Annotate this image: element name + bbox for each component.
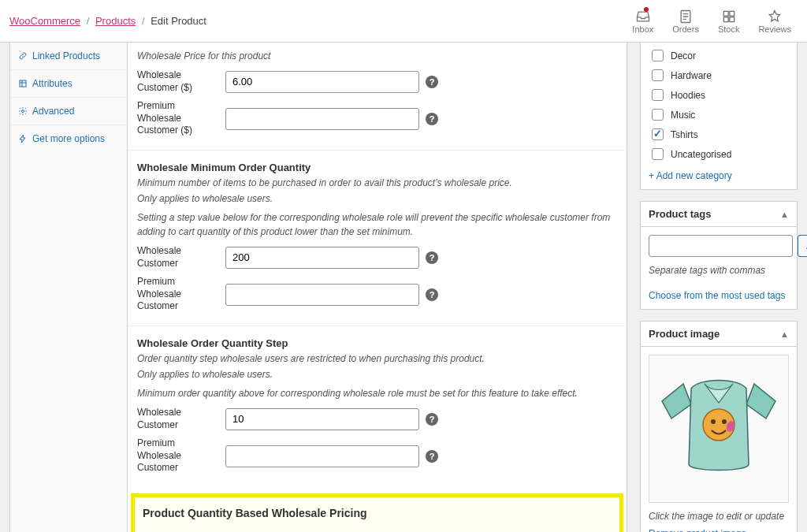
category-label: Uncategorised xyxy=(671,149,731,160)
orders-icon xyxy=(678,9,694,24)
category-item[interactable]: Music xyxy=(649,105,789,125)
category-label: Hardware xyxy=(671,70,712,81)
category-checkbox[interactable] xyxy=(652,89,664,101)
category-checkbox[interactable] xyxy=(652,50,664,61)
choose-used-tags-link[interactable]: Choose from the most used tags xyxy=(649,290,785,301)
product-tags-heading: Product tags xyxy=(649,208,711,220)
wholesale-customer-label: Wholesale Customer ($) xyxy=(137,69,219,94)
add-new-category-link[interactable]: + Add new category xyxy=(649,170,732,181)
tab-linked-products[interactable]: Linked Products xyxy=(10,43,127,70)
help-icon[interactable]: ? xyxy=(426,288,438,301)
category-item[interactable]: Hoodies xyxy=(649,85,789,105)
svg-rect-2 xyxy=(729,11,734,16)
attributes-icon xyxy=(18,79,28,88)
tshirt-image xyxy=(656,370,782,488)
svg-rect-3 xyxy=(723,17,728,21)
stock-icon xyxy=(721,9,737,24)
category-checkbox[interactable] xyxy=(652,109,664,121)
moq-customer-input[interactable] xyxy=(225,247,419,269)
product-data-tabs: Linked Products Attributes Advanced Get … xyxy=(9,43,128,532)
section-wholesale-prices: Wholesale Price for this product Wholesa… xyxy=(128,43,627,150)
product-image-hint: Click the image to edit or update xyxy=(649,511,789,522)
metabox-product-image: Product image ▲ xyxy=(640,321,798,532)
add-tag-input[interactable] xyxy=(649,235,793,257)
category-label: Tshirts xyxy=(671,129,698,140)
tab-attributes[interactable]: Attributes xyxy=(10,70,127,98)
category-checkbox[interactable] xyxy=(652,128,664,140)
lightning-icon xyxy=(18,134,28,143)
qty-step-heading: Wholesale Order Quantity Step xyxy=(137,337,617,349)
step-customer-input[interactable] xyxy=(225,408,419,430)
category-item[interactable]: Uncategorised xyxy=(649,144,789,164)
premium-customer-label: Premium Wholesale Customer ($) xyxy=(137,100,219,137)
notification-dot-icon xyxy=(644,7,649,12)
breadcrumb: WooCommerce / Products / Edit Product xyxy=(9,15,206,27)
inbox-icon xyxy=(635,9,651,24)
breadcrumb-woocommerce[interactable]: WooCommerce xyxy=(9,15,80,27)
remove-product-image-link[interactable]: Remove product image xyxy=(649,528,746,532)
category-list: DecorHardwareHoodiesMusicTshirtsUncatego… xyxy=(649,46,789,164)
inbox-button[interactable]: Inbox xyxy=(632,9,653,34)
svg-rect-1 xyxy=(723,11,728,16)
category-item[interactable]: Tshirts xyxy=(649,125,789,144)
min-order-heading: Wholesale Minimum Order Quantity xyxy=(137,162,617,173)
product-data-panel: Wholesale Price for this product Wholesa… xyxy=(128,43,627,532)
moq-customer-label: Wholesale Customer xyxy=(137,245,219,270)
help-icon[interactable]: ? xyxy=(426,450,438,463)
premium-customer-input[interactable] xyxy=(225,108,419,130)
category-checkbox[interactable] xyxy=(652,69,664,81)
step-premium-label: Premium Wholesale Customer xyxy=(137,437,219,474)
category-item[interactable]: Hardware xyxy=(649,65,789,85)
section-min-order: Wholesale Minimum Order Quantity Minimum… xyxy=(128,150,627,326)
category-item[interactable]: Decor xyxy=(649,46,789,65)
wholesale-customer-input[interactable] xyxy=(225,71,419,93)
product-image-thumbnail[interactable] xyxy=(649,355,789,503)
help-icon[interactable]: ? xyxy=(426,413,438,426)
add-tag-button[interactable]: Add xyxy=(798,235,807,257)
wholesale-price-desc: Wholesale Price for this product xyxy=(137,49,617,63)
tab-advanced[interactable]: Advanced xyxy=(10,98,127,125)
category-label: Decor xyxy=(671,50,696,61)
svg-rect-4 xyxy=(729,17,734,21)
stock-button[interactable]: Stock xyxy=(718,9,740,34)
tags-hint: Separate tags with commas xyxy=(649,265,789,276)
section-qty-step: Wholesale Order Quantity Step Order quan… xyxy=(128,326,627,487)
svg-rect-5 xyxy=(20,80,26,87)
qty-pricing-heading: Product Quantity Based Wholesale Pricing xyxy=(143,507,612,519)
category-label: Hoodies xyxy=(671,90,705,101)
product-image-heading: Product image xyxy=(649,328,720,340)
orders-button[interactable]: Orders xyxy=(672,9,699,34)
category-label: Music xyxy=(671,110,695,121)
svg-point-6 xyxy=(22,110,24,113)
moq-premium-label: Premium Wholesale Customer xyxy=(137,276,219,313)
metabox-product-tags: Product tags ▲ Add Separate tags with co… xyxy=(640,201,798,310)
help-icon[interactable]: ? xyxy=(426,76,438,88)
tab-get-more-options[interactable]: Get more options xyxy=(10,125,127,152)
metabox-product-categories: DecorHardwareHoodiesMusicTshirtsUncatego… xyxy=(640,43,798,190)
help-icon[interactable]: ? xyxy=(426,113,438,125)
step-premium-input[interactable] xyxy=(225,445,419,467)
top-bar: WooCommerce / Products / Edit Product In… xyxy=(0,0,807,43)
breadcrumb-current: Edit Product xyxy=(151,15,206,27)
section-qty-pricing-highlight: Product Quantity Based Wholesale Pricing… xyxy=(131,493,623,532)
svg-point-9 xyxy=(722,419,727,424)
step-customer-label: Wholesale Customer xyxy=(137,407,219,431)
reviews-button[interactable]: Reviews xyxy=(758,9,791,34)
gear-icon xyxy=(18,106,28,116)
reviews-icon xyxy=(767,9,783,24)
top-icons: Inbox Orders Stock Reviews xyxy=(632,9,798,34)
chevron-up-icon[interactable]: ▲ xyxy=(780,210,789,219)
category-checkbox[interactable] xyxy=(652,148,664,160)
chevron-up-icon[interactable]: ▲ xyxy=(780,329,789,339)
link-icon xyxy=(18,51,28,61)
breadcrumb-products[interactable]: Products xyxy=(95,15,136,27)
svg-point-8 xyxy=(711,419,716,424)
help-icon[interactable]: ? xyxy=(426,251,438,264)
moq-premium-input[interactable] xyxy=(225,284,419,306)
